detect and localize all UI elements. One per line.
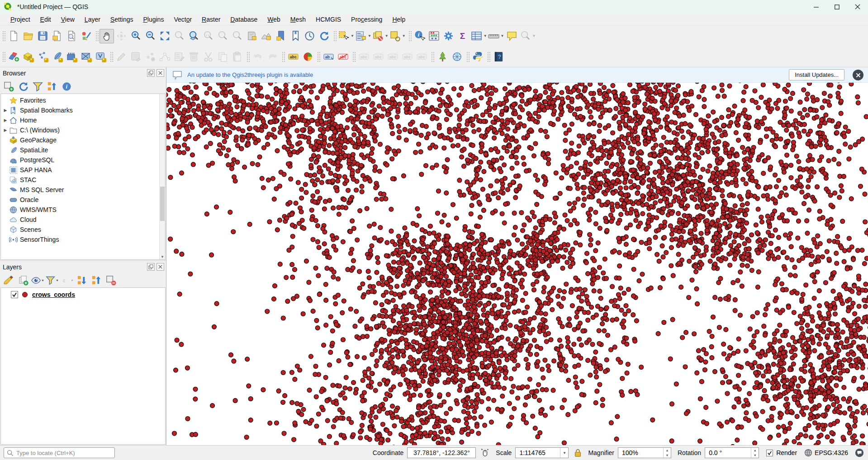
magnifier-spinbox[interactable]: 100% ▲▼ (618, 447, 671, 458)
identify-features-button[interactable]: i (413, 29, 427, 43)
select-features-button[interactable]: ▼ (337, 29, 355, 43)
layer-labeling-button[interactable]: abc (286, 50, 300, 64)
toolbar-grip[interactable] (2, 30, 5, 42)
python-console-button[interactable] (470, 50, 485, 64)
zoom-out-button[interactable] (143, 29, 157, 43)
crs-globe-icon[interactable] (804, 449, 812, 457)
menu-hcmgis[interactable]: HCMGIS (311, 14, 346, 24)
zoom-full-button[interactable] (157, 29, 172, 43)
install-updates-button[interactable]: Install Updates... (789, 69, 844, 80)
browser-item-sensorthings[interactable]: SensorThings (1, 235, 165, 244)
lock-scale-icon[interactable] (574, 448, 582, 457)
filter-browser-button[interactable] (31, 80, 44, 93)
style-manager-button[interactable] (79, 29, 93, 43)
browser-item-favorites[interactable]: Favorites (1, 95, 165, 105)
properties-info-button[interactable]: i (60, 80, 73, 93)
new-virtual-layer-button[interactable]: * (93, 50, 108, 64)
locator-search-input[interactable]: Type to locate (Ctrl+K) (4, 447, 115, 458)
field-calculator-button[interactable] (427, 29, 441, 43)
select-by-form-button[interactable]: ▼ (355, 29, 372, 43)
browser-item-spatial-bookmarks[interactable]: ▶Spatial Bookmarks (1, 105, 165, 115)
toolbar-grip[interactable] (431, 51, 434, 63)
open-attribute-table-button[interactable]: ▼ (470, 29, 488, 43)
scale-combobox[interactable]: 1:114765 ▼ (515, 447, 569, 458)
toolbar-grip[interactable] (246, 51, 250, 63)
new-geopackage-layer-button[interactable]: * (21, 50, 35, 64)
close-button[interactable] (847, 0, 868, 14)
select-by-location-button[interactable]: ▼ (389, 29, 406, 43)
new-shapefile-layer-button[interactable]: * (35, 50, 50, 64)
menu-help[interactable]: Help (387, 14, 410, 24)
hcmgis-tools-button[interactable] (435, 50, 450, 64)
menu-project[interactable]: Project (5, 14, 35, 24)
browser-item-stac[interactable]: STAC (1, 175, 165, 185)
rotation-up-icon[interactable]: ▲ (751, 448, 759, 453)
toolbar-grip[interactable] (109, 51, 113, 63)
notification-close-icon[interactable] (853, 70, 863, 80)
new-spatial-bookmark-button[interactable] (273, 29, 288, 43)
qgis2threejs-button[interactable] (450, 50, 464, 64)
browser-item-cloud[interactable]: Cloud (1, 215, 165, 225)
menu-processing[interactable]: Processing (346, 14, 387, 24)
menu-settings[interactable]: Settings (105, 14, 138, 24)
toolbar-grip[interactable] (95, 30, 99, 42)
open-project-button[interactable] (21, 29, 35, 43)
zoom-in-button[interactable] (128, 29, 143, 43)
save-project-button[interactable] (35, 29, 50, 43)
browser-close-button[interactable] (157, 69, 164, 77)
collapse-all-layers-button[interactable] (90, 274, 103, 286)
refresh-browser-button[interactable] (16, 80, 30, 93)
toolbar-grip[interactable] (333, 30, 337, 42)
expand-arrow-icon[interactable]: ▶ (1, 108, 8, 113)
menu-raster[interactable]: Raster (197, 14, 225, 24)
menu-layer[interactable]: Layer (80, 14, 105, 24)
browser-item-sap-hana[interactable]: SAP HANA (1, 165, 165, 175)
temporal-controller-button[interactable] (302, 29, 317, 43)
toolbar-grip[interactable] (487, 51, 490, 63)
open-layer-styling-button[interactable] (2, 274, 15, 286)
show-layout-manager-button[interactable] (64, 29, 79, 43)
toolbar-grip[interactable] (2, 51, 5, 63)
label-unplaced-button[interactable]: abc (336, 50, 350, 64)
menu-view[interactable]: View (56, 14, 80, 24)
menu-edit[interactable]: Edit (35, 14, 56, 24)
rotation-down-icon[interactable]: ▼ (751, 453, 759, 458)
browser-item-wms-wmts[interactable]: WMS/WMTS (1, 205, 165, 215)
minimize-button[interactable] (806, 0, 826, 14)
new-3d-map-view-button[interactable] (259, 29, 273, 43)
new-project-button[interactable] (6, 29, 21, 43)
magnifier-up-icon[interactable]: ▲ (664, 448, 671, 453)
browser-item-postgresql[interactable]: PostgreSQL (1, 155, 165, 165)
browser-item-scenes[interactable]: Scenes (1, 225, 165, 235)
data-source-manager-button[interactable] (6, 50, 21, 64)
menu-plugins[interactable]: Plugins (138, 14, 169, 24)
menu-database[interactable]: Database (225, 14, 262, 24)
layer-diagram-button[interactable] (300, 50, 315, 64)
render-checkbox[interactable] (766, 450, 773, 456)
expand-arrow-icon[interactable]: ▶ (1, 118, 8, 122)
refresh-map-button[interactable] (317, 29, 331, 43)
new-map-view-button[interactable] (244, 29, 259, 43)
browser-scrollbar[interactable]: ▼ (159, 94, 165, 259)
collapse-all-button[interactable] (45, 80, 59, 93)
pan-map-button[interactable] (100, 29, 114, 43)
manage-map-themes-button[interactable]: ▼ (31, 274, 44, 286)
layers-float-button[interactable] (147, 263, 155, 271)
processing-toolbox-button[interactable] (441, 29, 456, 43)
measure-button[interactable]: ▼ (488, 29, 505, 43)
browser-float-button[interactable] (147, 69, 155, 77)
browser-scroll-down-icon[interactable]: ▼ (160, 255, 165, 259)
toolbar-grip[interactable] (408, 30, 412, 42)
layer-visibility-checkbox[interactable] (11, 291, 18, 298)
new-print-layout-button[interactable] (50, 29, 64, 43)
zoom-to-layer-button[interactable] (186, 29, 201, 43)
add-group-button[interactable] (16, 274, 30, 286)
layers-close-button[interactable] (157, 263, 164, 271)
toolbar-grip[interactable] (352, 51, 356, 63)
menu-vector[interactable]: Vector (169, 14, 197, 24)
help-contents-button[interactable]: ? (491, 50, 506, 64)
new-raster-layer-button[interactable]: * (79, 50, 93, 64)
toggle-extents-icon[interactable] (480, 448, 489, 458)
rotation-spinbox[interactable]: 0.0 ° ▲▼ (705, 447, 759, 458)
coordinate-input[interactable]: 37.7818°, -122.362° (407, 447, 476, 458)
